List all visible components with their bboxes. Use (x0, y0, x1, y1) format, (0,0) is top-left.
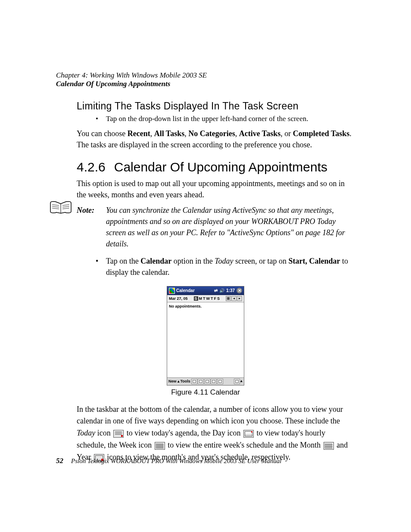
bullet-item: •Tap on the drop-down list in the upper … (96, 114, 355, 124)
note-label: Note: (77, 205, 106, 249)
paragraph: You can choose Recent, All Tasks, No Cat… (77, 128, 355, 150)
up-caret-icon: ▴ (240, 379, 243, 384)
month-view-icon (211, 379, 217, 384)
up-caret-icon: ▴ (177, 379, 180, 383)
month-icon (324, 442, 334, 450)
figure-caption: Figure 4.11 Calendar (56, 388, 355, 397)
ss-tools: Tools (181, 379, 190, 383)
section-heading: 4.2.6Calendar Of Upcoming Appointments (77, 160, 355, 174)
ss-title-text: Calendar (176, 288, 195, 293)
day-view-icon (198, 379, 204, 384)
ss-time: 1:37 (226, 288, 235, 293)
ss-titlebar: Calendar ⇄ 🔊 1:37 ✕ (167, 286, 244, 295)
year-view-icon (217, 379, 223, 384)
today-icon (113, 430, 124, 438)
page-footer: 52Psion Teklogix WORKABOUT PRO With Wind… (56, 457, 355, 465)
week-view-icon (204, 379, 210, 384)
note-text: You can synchronize the Calendar using A… (106, 205, 355, 249)
bullet-text: Tap on the drop-down list in the upper l… (106, 115, 308, 123)
ss-bottom-bar: New ▴ Tools ▴ (167, 377, 244, 385)
section-title: Calendar Of Upcoming Appointments (114, 160, 327, 174)
ss-day-picker: S M T W T F S (194, 296, 220, 301)
speaker-icon: 🔊 (219, 288, 224, 293)
ss-date-row: Mar 27, 05 S M T W T F S ▦ ◂ ▸ (167, 295, 244, 302)
ss-body: No appointments. (167, 302, 244, 377)
paragraph: This option is used to map out all your … (77, 178, 355, 200)
bullet-item: • Tap on the Calendar option in the Toda… (96, 255, 355, 278)
close-icon: ✕ (237, 288, 242, 293)
calendar-screenshot: Calendar ⇄ 🔊 1:37 ✕ Mar 27, 05 S M T W T (167, 286, 244, 386)
ss-date: Mar 27, 05 (169, 296, 188, 301)
note-block: Note: You can synchronize the Calendar u… (77, 205, 355, 249)
running-header-section: Calendar Of Upcoming Appointments (56, 80, 355, 88)
note-book-icon (49, 200, 73, 215)
goto-date-icon: ▦ (226, 296, 231, 301)
paragraph: In the taskbar at the bottom of the cale… (77, 404, 355, 464)
figure: Calendar ⇄ 🔊 1:37 ✕ Mar 27, 05 S M T W T (56, 286, 355, 397)
keyboard-icon (234, 379, 240, 384)
page-number: 52 (56, 457, 63, 465)
start-flag-icon (169, 288, 175, 294)
week-icon (155, 442, 165, 450)
today-view-icon (191, 379, 197, 384)
running-header-chapter: Chapter 4: Working With Windows Mobile 2… (56, 71, 355, 80)
prev-arrow-icon: ◂ (231, 296, 237, 301)
section-number: 4.2.6 (77, 160, 106, 174)
ss-new: New (168, 379, 177, 383)
next-arrow-icon: ▸ (237, 296, 242, 301)
footer-text: Psion Teklogix WORKABOUT PRO With Window… (71, 457, 281, 464)
day-icon (243, 430, 254, 438)
subheading: Limiting The Tasks Displayed In The Task… (77, 100, 355, 112)
connectivity-icon: ⇄ (214, 288, 218, 293)
